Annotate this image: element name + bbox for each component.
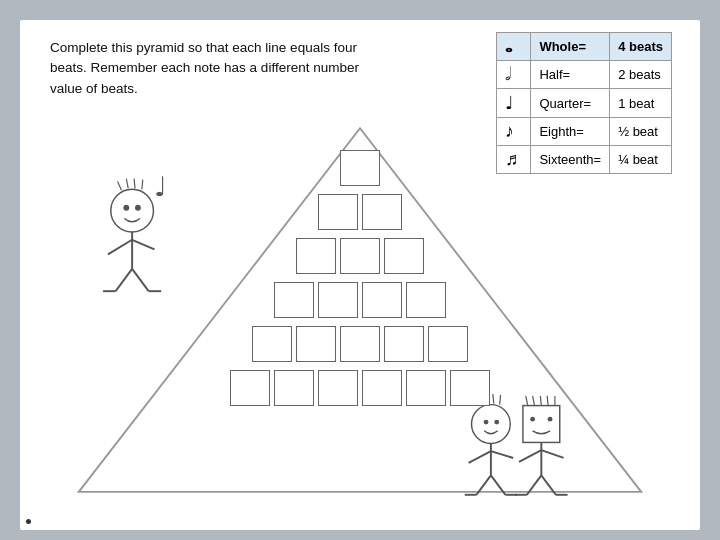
pyramid-box[interactable] <box>296 326 336 362</box>
pyramid-row-5 <box>252 326 468 362</box>
svg-point-36 <box>530 417 535 422</box>
pyramid-box[interactable] <box>318 282 358 318</box>
pyramid-box[interactable] <box>384 238 424 274</box>
pyramid-box[interactable] <box>340 326 380 362</box>
svg-line-34 <box>547 396 548 406</box>
svg-line-32 <box>533 396 535 406</box>
note-label-cell: Quarter= <box>531 89 610 118</box>
note-table-row: 𝅝Whole=4 beats <box>496 33 671 61</box>
svg-point-6 <box>123 205 129 211</box>
svg-line-24 <box>469 451 491 463</box>
note-symbol-cell: 𝅝 <box>496 33 531 61</box>
main-content: Complete this pyramid so that each line … <box>20 20 700 530</box>
pyramid-box[interactable] <box>428 326 468 362</box>
note-label-cell: Half= <box>531 61 610 89</box>
svg-line-39 <box>519 450 541 462</box>
note-value-cell: 1 beat <box>610 89 672 118</box>
svg-line-10 <box>132 240 154 250</box>
note-symbol-cell: ♩ <box>496 89 531 118</box>
svg-point-16 <box>472 405 511 444</box>
note-label-cell: Whole= <box>531 33 610 61</box>
svg-point-1 <box>111 189 154 232</box>
svg-line-9 <box>108 240 132 255</box>
pyramid-box[interactable] <box>340 238 380 274</box>
svg-line-20 <box>500 395 501 405</box>
pyramid-box[interactable] <box>318 370 358 406</box>
svg-line-31 <box>526 396 528 406</box>
svg-line-25 <box>491 451 513 458</box>
svg-line-19 <box>493 394 494 404</box>
svg-point-22 <box>494 420 499 425</box>
pyramid-box[interactable] <box>252 326 292 362</box>
note-table-row: 𝅗𝅥Half=2 beats <box>496 61 671 89</box>
pyramid-row-4 <box>274 282 446 318</box>
pyramid-row-1 <box>340 150 380 186</box>
svg-line-4 <box>134 179 135 189</box>
pyramid-box[interactable] <box>384 326 424 362</box>
pyramid-box[interactable] <box>362 282 402 318</box>
svg-line-2 <box>118 182 122 191</box>
pyramid-box[interactable] <box>406 370 446 406</box>
note-value-cell: 2 beats <box>610 61 672 89</box>
note-value-cell: 4 beats <box>610 33 672 61</box>
pyramid-row-6 <box>230 370 490 406</box>
svg-line-11 <box>116 269 132 291</box>
pyramid-box[interactable] <box>318 194 358 230</box>
svg-rect-30 <box>523 406 560 443</box>
pyramid-box[interactable] <box>362 370 402 406</box>
pyramid-box[interactable] <box>340 150 380 186</box>
svg-point-7 <box>135 205 141 211</box>
pyramid-box[interactable] <box>406 282 446 318</box>
pyramid-box[interactable] <box>362 194 402 230</box>
note-symbol-cell: 𝅗𝅥 <box>496 61 531 89</box>
bottom-dot <box>26 519 31 524</box>
pyramid-box[interactable] <box>296 238 336 274</box>
svg-point-37 <box>548 417 553 422</box>
svg-point-21 <box>484 420 489 425</box>
instruction-text: Complete this pyramid so that each line … <box>50 38 360 99</box>
pyramid-box[interactable] <box>450 370 490 406</box>
pyramid-box[interactable] <box>230 370 270 406</box>
svg-line-40 <box>541 450 563 458</box>
pyramid-row-2 <box>318 194 402 230</box>
pyramid-row-3 <box>296 238 424 274</box>
svg-line-5 <box>142 180 143 190</box>
pyramid-box[interactable] <box>274 282 314 318</box>
svg-line-12 <box>132 269 148 291</box>
pyramid-box[interactable] <box>274 370 314 406</box>
svg-line-33 <box>540 396 541 406</box>
svg-text:♩: ♩ <box>154 171 167 202</box>
note-table-row: ♩Quarter=1 beat <box>496 89 671 118</box>
svg-line-3 <box>126 179 128 189</box>
pyramid-area: ♩ <box>40 115 680 510</box>
